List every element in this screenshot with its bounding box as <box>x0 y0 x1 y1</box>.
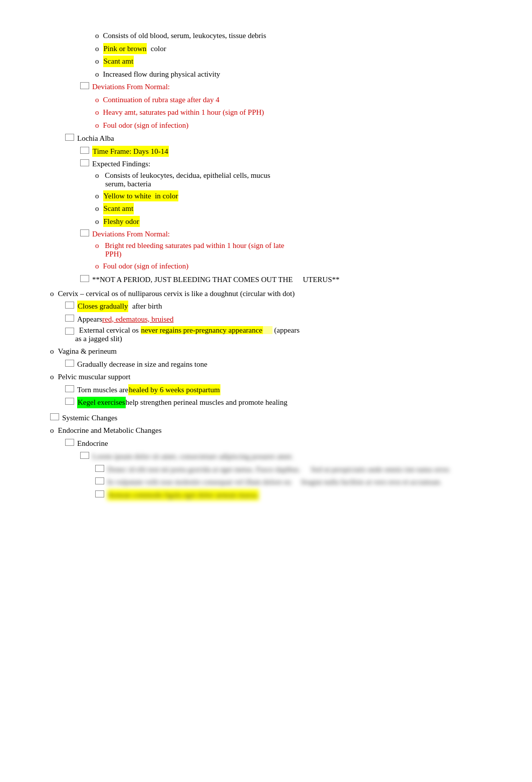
bullet-never-regains: External cervical os never regains pre-p… <box>65 326 501 343</box>
timeframe-label: Time Frame: Days 10-14 <box>80 146 501 157</box>
blurred-line-3: In vulputate velit esse molestie consequ… <box>95 476 501 488</box>
bullet-fleshy-odor: Fleshy odor <box>95 216 501 227</box>
lochia-alba-label: Lochia Alba <box>65 133 501 144</box>
bullet-gradually-decrease: Gradually decrease in size and regains t… <box>65 359 501 370</box>
not-a-period: **NOT A PERIOD, JUST BLEEDING THAT COMES… <box>80 274 501 286</box>
bullet-scant-amt-serosa: Scant amt <box>95 56 501 67</box>
main-content: Consists of old blood, serum, leukocytes… <box>50 30 501 500</box>
pelvic-label: Pelvic muscular support <box>50 371 501 383</box>
endocrine-label: Endocrine <box>65 438 501 449</box>
bullet-pink-brown: Pink or brown color <box>95 43 501 55</box>
deviations-serosa-label: Deviations From Normal: <box>80 81 501 93</box>
systemic-changes-label: Systemic Changes <box>50 412 501 424</box>
bullet-appears-red: Appears red, edematous, bruised <box>65 314 501 325</box>
bullet-yellow-white: Yellow to white in color <box>95 190 501 202</box>
endocrine-meta-label: Endocrine and Metabolic Changes <box>50 425 501 436</box>
bullet-scant-amt-alba: Scant amt <box>95 203 501 214</box>
bullet-increased-flow: Increased flow during physical activity <box>95 69 501 80</box>
bullet-closes-gradually: Closes gradually after birth <box>65 301 501 312</box>
dev-bright-red: Bright red bleeding saturates pad within… <box>95 241 501 258</box>
blurred-line-4: Aenean commodo ligula eget dolor aenean … <box>95 489 501 501</box>
expected-findings-label: Expected Findings: <box>80 158 501 170</box>
cervix-line: Cervix – cervical os of nulliparous cerv… <box>50 288 501 300</box>
vagina-label: Vagina & perineum <box>50 346 501 357</box>
blurred-line-2: Donec id elit non mi porta gravida at eg… <box>95 464 501 475</box>
bullet-leukocytes: Consists of leukocytes, decidua, epithel… <box>95 171 501 188</box>
bullet-torn-muscles: Torn muscles are healed by 6 weeks postp… <box>65 384 501 396</box>
dev-foul-odor-alba: Foul odor (sign of infection) <box>95 260 501 272</box>
blurred-line-1: Lorem ipsum dolor sit amet, consectetuer… <box>80 451 501 462</box>
dev-foul-odor-serosa: Foul odor (sign of infection) <box>95 120 501 131</box>
bullet-consists-old-blood: Consists of old blood, serum, leukocytes… <box>95 30 501 42</box>
dev-heavy-amt: Heavy amt, saturates pad within 1 hour (… <box>95 107 501 118</box>
deviations-alba-label: Deviations From Normal: <box>80 228 501 240</box>
dev-rubra-stage: Continuation of rubra stage after day 4 <box>95 94 501 106</box>
bullet-kegel: Kegel exercises help strengthen perineal… <box>65 397 501 408</box>
